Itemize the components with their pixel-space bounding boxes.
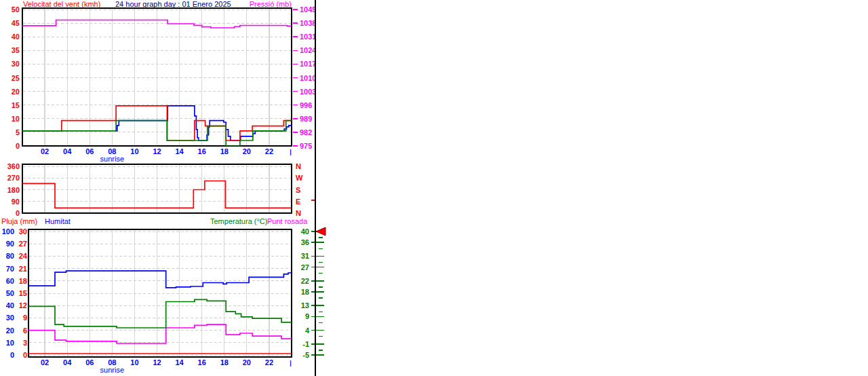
- x-tick-label: 04: [63, 147, 72, 155]
- x-tick-label: 18: [220, 358, 229, 366]
- current-temp-arrow-icon: [316, 227, 326, 236]
- compass-letter: E: [296, 198, 300, 206]
- compass-letter: W: [296, 174, 303, 182]
- rain-axis-tick: 15: [19, 289, 27, 297]
- x-tick-label: 10: [130, 147, 138, 155]
- compass-letter: S: [296, 186, 300, 194]
- humidity-axis-tick: 80: [6, 252, 14, 260]
- pressure-axis-tick: 1031: [300, 33, 316, 41]
- pressure-axis-tick: 982: [300, 128, 312, 136]
- x-tick-label: 06: [85, 147, 94, 155]
- x-tick-label: 18: [220, 147, 229, 155]
- x-tick-label-end: |: [290, 360, 292, 366]
- temperature-axis-tick: 4: [305, 326, 310, 335]
- rain-axis-tick: 27: [19, 240, 27, 248]
- x-tick-label: 02: [41, 358, 49, 366]
- sunrise-label: sunrise: [100, 366, 124, 374]
- direction-axis-tick: 270: [7, 174, 20, 182]
- rain-axis-tick: 21: [19, 265, 27, 273]
- temperature-axis-tick: -1: [302, 340, 309, 348]
- humidity-axis-tick: 60: [6, 277, 14, 285]
- humidity-axis-tick: 30: [6, 314, 14, 322]
- humidity-axis-tick: 40: [6, 301, 14, 309]
- series-wind-alt: [115, 106, 292, 140]
- direction-axis-tick: 180: [7, 186, 20, 194]
- pressure-axis-tick: 975: [300, 142, 312, 150]
- x-tick-label: 16: [198, 147, 206, 155]
- wind-axis-tick: 20: [12, 88, 20, 96]
- temperature-axis-tick: 18: [301, 288, 309, 296]
- pressure-axis-tick: 1024: [300, 46, 317, 54]
- wind-axis-tick: 25: [12, 74, 20, 82]
- temperature-axis-tick: 22: [301, 277, 309, 285]
- wind-axis-tick: 45: [12, 19, 20, 27]
- temperature-axis-tick: 13: [301, 301, 309, 309]
- direction-axis-tick: 90: [12, 198, 20, 206]
- sunrise-label: sunrise: [100, 155, 124, 163]
- wind-axis-tick: 50: [12, 5, 20, 14]
- x-tick-label: 22: [265, 147, 273, 155]
- x-tick-label: 14: [175, 147, 184, 155]
- direction-axis-tick: 360: [7, 162, 20, 170]
- temperature-axis-tick: 40: [301, 227, 309, 236]
- temperature-axis-tick: -5: [302, 351, 309, 359]
- x-tick-label: 02: [41, 147, 49, 155]
- pressure-axis-tick: 989: [300, 115, 312, 123]
- x-tick-label: 20: [243, 358, 251, 366]
- rain-axis-tick: 6: [23, 326, 27, 335]
- weather-24h-graph-page: Velocitat del vent (kmh) 24 hour graph d…: [0, 0, 868, 376]
- temperature-axis-tick: 9: [305, 312, 309, 320]
- wind-axis-tick: 35: [12, 46, 20, 54]
- compass-letter: N: [296, 209, 301, 217]
- pressure-axis-tick: 1003: [300, 88, 316, 96]
- wind-axis-tick: 15: [12, 101, 20, 109]
- wind-axis-tick: 40: [12, 33, 20, 41]
- direction-axis-tick: 0: [16, 209, 20, 217]
- humidity-axis-tick: 70: [6, 265, 14, 273]
- wind-axis-tick: 30: [12, 60, 20, 68]
- humidity-axis-tick: 50: [6, 289, 14, 297]
- x-tick-label: 14: [175, 358, 184, 366]
- x-tick-label: 06: [85, 358, 94, 366]
- temperature-axis-tick: 36: [301, 238, 309, 246]
- rain-axis-tick: 18: [19, 277, 27, 285]
- x-tick-label: 10: [130, 358, 138, 366]
- x-tick-label: 20: [243, 147, 251, 155]
- pressure-axis-tick: 1038: [300, 19, 316, 27]
- wind-axis-tick: 5: [16, 128, 20, 136]
- humidity-axis-tick: 0: [10, 351, 14, 359]
- pressure-axis-tick: 1017: [300, 60, 316, 68]
- rain-axis-tick: 9: [23, 314, 27, 322]
- pressure-axis-tick: 1010: [300, 74, 316, 82]
- x-tick-label: 16: [198, 358, 206, 366]
- temperature-axis-tick: 27: [301, 263, 309, 271]
- rain-axis-tick: 24: [19, 252, 28, 260]
- humidity-axis-tick: 20: [6, 326, 14, 335]
- compass-letter: N: [296, 162, 301, 170]
- graph-canvas: 5045403530252015105010451038103110241017…: [0, 0, 868, 376]
- humidity-axis-tick: 90: [6, 240, 14, 248]
- x-tick-label: 12: [153, 147, 161, 155]
- rain-axis-tick: 0: [23, 351, 27, 359]
- pressure-axis-tick: 996: [300, 101, 312, 109]
- humidity-axis-tick: 100: [2, 227, 14, 236]
- x-tick-label: 12: [153, 358, 161, 366]
- wind-axis-tick: 0: [16, 142, 20, 150]
- x-tick-label-end: |: [290, 149, 292, 155]
- rain-axis-tick: 12: [19, 301, 27, 309]
- rain-axis-tick: 30: [19, 227, 27, 236]
- pressure-axis-tick: 1045: [300, 5, 316, 14]
- temperature-axis-tick: 31: [301, 252, 309, 260]
- x-tick-label: 22: [265, 358, 273, 366]
- wind-axis-tick: 10: [12, 115, 20, 123]
- humidity-axis-tick: 10: [6, 339, 14, 347]
- rain-axis-tick: 3: [23, 339, 27, 347]
- x-tick-label: 04: [63, 358, 72, 366]
